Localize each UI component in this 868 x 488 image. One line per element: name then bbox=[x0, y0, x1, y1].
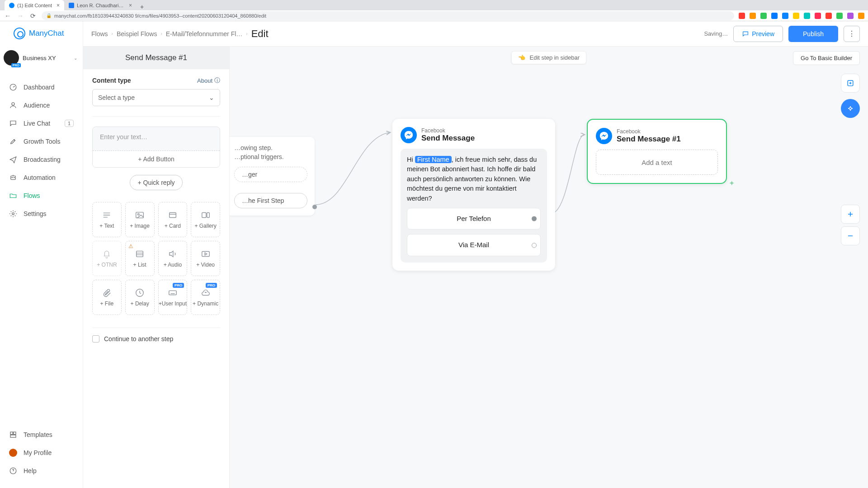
zoom-out-button[interactable] bbox=[841, 226, 860, 245]
add-delay-block[interactable]: + Delay bbox=[125, 280, 155, 315]
address-bar[interactable]: 🔒 manychat.com/fb181039443240830 9/cms/f… bbox=[42, 11, 734, 20]
sidebar-item-automation[interactable]: Automation bbox=[0, 169, 83, 187]
sidebar-item-livechat[interactable]: Live Chat 1 bbox=[0, 114, 83, 132]
sidebar-item-help[interactable]: Help bbox=[0, 462, 83, 480]
saving-status: Saving… bbox=[704, 30, 728, 37]
extension-icon[interactable] bbox=[739, 13, 745, 19]
extension-icon[interactable] bbox=[815, 13, 821, 19]
add-dynamic-block[interactable]: PRO+ Dynamic bbox=[191, 280, 220, 315]
brand[interactable]: ManyChat bbox=[0, 21, 83, 46]
flow-canvas[interactable]: 👈 Edit step in sidebar Go To Basic Build… bbox=[230, 47, 868, 488]
extensions bbox=[739, 13, 864, 19]
go-to-basic-builder[interactable]: Go To Basic Builder bbox=[793, 51, 860, 65]
reload-button[interactable]: ⟳ bbox=[29, 12, 37, 19]
sidebar-item-templates[interactable]: Templates bbox=[0, 426, 83, 444]
add-image-block[interactable]: + Image bbox=[125, 202, 155, 237]
extension-icon[interactable] bbox=[782, 13, 788, 19]
node-channel: Facebook bbox=[617, 128, 681, 135]
crumb-flow[interactable]: E-Mail/Telefonnummer Fl… bbox=[166, 30, 243, 38]
nav-label: Growth Tools bbox=[24, 138, 60, 145]
send-message-1-node[interactable]: Facebook Send Message #1 Add a text ✦ bbox=[587, 119, 727, 184]
crumb-folder[interactable]: Beispiel Flows bbox=[117, 30, 157, 38]
svg-point-1 bbox=[12, 103, 14, 105]
add-audio-block[interactable]: + Audio bbox=[158, 241, 188, 276]
block-label: + Card bbox=[165, 223, 181, 229]
magic-fab[interactable] bbox=[841, 99, 860, 118]
add-text-block[interactable]: + Text bbox=[92, 202, 122, 237]
first-step-label: …he First Step bbox=[242, 197, 284, 204]
svg-rect-2 bbox=[11, 176, 16, 179]
more-menu-button[interactable]: ⋮ bbox=[844, 26, 860, 42]
extension-icon[interactable] bbox=[826, 13, 832, 19]
add-list-block[interactable]: ⚠+ List bbox=[125, 241, 155, 276]
add-video-block[interactable]: + Video bbox=[191, 241, 220, 276]
add-otnr-block[interactable]: + OTNR bbox=[92, 241, 122, 276]
image-icon bbox=[135, 210, 145, 220]
add-userinput-block[interactable]: PRO+User Input bbox=[158, 280, 188, 315]
sidebar-item-settings[interactable]: Settings bbox=[0, 205, 83, 223]
sidebar-item-dashboard[interactable]: Dashboard bbox=[0, 78, 83, 96]
message-button[interactable]: Via E-Mail bbox=[407, 234, 541, 256]
extension-icon[interactable] bbox=[793, 13, 799, 19]
sidebar-item-broadcasting[interactable]: Broadcasting bbox=[0, 150, 83, 169]
new-tab-button[interactable]: + bbox=[137, 3, 147, 10]
block-label: + Audio bbox=[164, 262, 182, 268]
browser-tab[interactable]: (1) Edit Content × bbox=[5, 0, 64, 10]
button-label: Per Telefon bbox=[457, 214, 491, 224]
brand-logo-icon bbox=[14, 28, 25, 39]
close-icon[interactable]: × bbox=[57, 2, 60, 9]
sidebar-item-flows[interactable]: Flows bbox=[0, 187, 83, 205]
message-text-input[interactable]: Enter your text… bbox=[93, 127, 220, 150]
step-title[interactable]: Send Message #1 bbox=[125, 53, 187, 62]
output-port[interactable] bbox=[532, 216, 537, 221]
svg-rect-14 bbox=[207, 213, 209, 218]
continue-checkbox[interactable] bbox=[92, 335, 99, 343]
starting-step-node[interactable]: …owing step. …ptional triggers. …ger …he… bbox=[230, 137, 315, 216]
crumb-flows[interactable]: Flows bbox=[91, 30, 108, 38]
zoom-in-button[interactable] bbox=[841, 205, 860, 224]
send-message-node[interactable]: Facebook Send Message Hi First Name, ich… bbox=[392, 119, 555, 271]
breadcrumb: Flows › Beispiel Flows › E-Mail/Telefonn… bbox=[91, 28, 269, 40]
output-port[interactable] bbox=[532, 243, 537, 248]
sidebar-item-audience[interactable]: Audience bbox=[0, 96, 83, 114]
add-file-block[interactable]: + File bbox=[92, 280, 122, 315]
add-step-tool[interactable] bbox=[841, 74, 860, 93]
sidebar-item-myprofile[interactable]: My Profile bbox=[0, 444, 83, 462]
extension-icon[interactable] bbox=[836, 13, 843, 19]
crumb-current: Edit bbox=[251, 28, 269, 40]
nav-label: Audience bbox=[24, 102, 50, 109]
video-icon bbox=[201, 249, 211, 259]
extension-icon[interactable] bbox=[771, 13, 778, 19]
extension-icon[interactable] bbox=[760, 13, 767, 19]
extension-icon[interactable] bbox=[847, 13, 854, 19]
workspace-switcher[interactable]: PRO Business XY ⌄ bbox=[0, 46, 83, 70]
forward-button[interactable]: → bbox=[16, 12, 24, 19]
browser-tab[interactable]: Leon R. Chaudhari | Facebook × bbox=[64, 0, 137, 10]
folder-icon bbox=[9, 192, 17, 200]
extension-icon[interactable] bbox=[804, 13, 810, 19]
add-gallery-block[interactable]: + Gallery bbox=[191, 202, 220, 237]
extension-icon[interactable] bbox=[858, 13, 864, 19]
user-icon bbox=[9, 101, 17, 109]
about-label: About bbox=[197, 77, 212, 84]
add-card-block[interactable]: + Card bbox=[158, 202, 188, 237]
add-trigger[interactable]: …ger bbox=[234, 167, 307, 182]
content-type-label: Content type bbox=[92, 77, 131, 84]
add-quick-reply[interactable]: + Quick reply bbox=[130, 175, 182, 190]
output-port[interactable] bbox=[312, 205, 317, 209]
sidebar-item-growthtools[interactable]: Growth Tools bbox=[0, 132, 83, 150]
add-text-slot[interactable]: Add a text bbox=[596, 150, 718, 175]
close-icon[interactable]: × bbox=[129, 2, 132, 9]
first-step-chip[interactable]: …he First Step bbox=[234, 193, 307, 208]
about-link[interactable]: About ⓘ bbox=[197, 76, 220, 84]
back-button[interactable]: ← bbox=[4, 12, 12, 19]
chat-icon bbox=[742, 30, 749, 38]
add-button-action[interactable]: + Add Button bbox=[93, 150, 220, 167]
message-bubble[interactable]: Hi First Name, ich freue mich sehr, dass… bbox=[401, 149, 547, 263]
svg-rect-18 bbox=[169, 291, 177, 295]
preview-button[interactable]: Preview bbox=[733, 26, 783, 42]
message-button[interactable]: Per Telefon bbox=[407, 208, 541, 230]
content-type-select[interactable]: Select a type ⌄ bbox=[92, 89, 220, 106]
extension-icon[interactable] bbox=[750, 13, 756, 19]
publish-button[interactable]: Publish bbox=[788, 26, 838, 42]
